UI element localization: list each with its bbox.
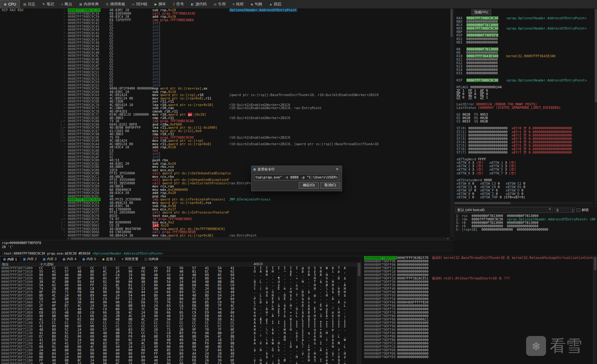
disassembly-row[interactable]: •00007FF700DC9CD848:83C4 20add rsp,0x20 [0, 191, 453, 195]
tab-memory[interactable]: ▦内存 2 [20, 256, 40, 262]
stack-row[interactable]: 000000B0F79DFF700000000000000000 [361, 307, 597, 311]
ascii-column-header[interactable]: ASCII [254, 262, 263, 266]
argument-row[interactable]: 5: [rsp+28] 0000000000000000 00000000000… [456, 228, 597, 231]
breakpoint-dot[interactable]: • [63, 80, 65, 84]
stack-row[interactable]: 000000B0F79DFF080000000000000000 [361, 263, 597, 266]
tab-symbols[interactable]: ƒ符号 [170, 0, 188, 8]
disassembly-row[interactable]: •00007FF700DC9CAECCint3 [0, 152, 453, 155]
register-line[interactable]: CF 0 TF 0 IF 1 [456, 96, 597, 99]
command-line-input[interactable] [254, 174, 339, 180]
tab-memory[interactable]: ▦内存 5 [80, 256, 100, 262]
breakpoint-dot[interactable]: • [63, 8, 65, 12]
registers-hscrollbar[interactable] [454, 202, 593, 205]
tab-seh-chain[interactable]: ∞SEH链 [129, 0, 151, 8]
breakpoint-dot[interactable]: • [63, 58, 65, 61]
breakpoint-dot[interactable]: • [63, 113, 65, 116]
breakpoint-dot[interactable]: • [63, 71, 65, 74]
breakpoint-dot[interactable]: • [63, 152, 65, 155]
breakpoint-dot[interactable]: • [63, 28, 65, 31]
disassembly-row[interactable]: •00007FF700DC9C7C654C:8B1C25 10000000mov… [0, 113, 453, 116]
disassembly-row[interactable]: •00007FF700DC9CA04C:8B1424mov r10,qword … [0, 139, 453, 142]
breakpoint-dot[interactable]: • [63, 204, 65, 208]
breakpoint-dot[interactable]: • [63, 44, 65, 48]
disassembly-row[interactable]: •00007FF700DC9C4ECCint3 [0, 61, 453, 64]
disassembly-row[interactable]: •00007FF700DC9C904D:8D9B 00F0FFFFlea r11… [0, 126, 453, 129]
breakpoint-dot[interactable]: • [63, 201, 65, 205]
breakpoint-dot[interactable]: • [63, 100, 65, 103]
dialog-titlebar[interactable]: ▣ 改变命令行 ✕ [252, 166, 342, 172]
tab-memory[interactable]: ▦内存 1 [0, 256, 20, 262]
tab-locals[interactable]: ≡局部变量 [119, 256, 141, 262]
disassembly-row[interactable]: •00007FF700DC9C3948:83C4 28add rsp,0x28 [0, 15, 453, 18]
disassembly-row[interactable]: •00007FF700DC9CBBFF15 3F550900call qword… [0, 172, 453, 175]
disassembly-row[interactable]: •00007FF700DC9CA948:83C4 10add rsp,0x10 [0, 145, 453, 149]
scroll-right-icon[interactable]: ▶ [446, 237, 450, 240]
breakpoint-dot[interactable]: • [63, 61, 65, 64]
vscroll-thumb[interactable] [595, 9, 597, 102]
stack-row[interactable]: 000000B0F79DFFA00000000000000000 [361, 328, 597, 331]
breakpoint-dot[interactable]: • [63, 103, 65, 107]
register-line[interactable]: x87SW_I 0 x87SW_TOP 0 (ST0=x87r0) [456, 196, 597, 199]
breakpoint-dot[interactable]: • [63, 145, 65, 149]
disassembly-row[interactable]: •00007FF700DC9D01CD 29int 0x29 [0, 224, 453, 227]
breakpoint-dot[interactable]: • [63, 87, 65, 90]
tab-call-stack[interactable]: ☰调用堆栈 [102, 0, 129, 8]
breakpoint-dot[interactable]: • [63, 110, 65, 113]
stack-row[interactable]: 000000B0F79DFEF800007FFF363B257D返回到 kern… [361, 256, 597, 260]
breakpoint-dot[interactable]: • [63, 41, 65, 44]
stack-row[interactable]: 000000B0F79DFF980000000000000000 [361, 325, 597, 328]
stack-row[interactable]: 000000B0F79DFF480000000000000000 [361, 290, 597, 294]
registers-vscrollbar[interactable] [595, 8, 597, 205]
tab-handles[interactable]: ◆句柄 [247, 0, 266, 8]
stack-row[interactable]: 000000B0F79DFF300000000000000000 [361, 280, 597, 283]
disassembly-hscrollbar[interactable]: ◀ ▶ [67, 237, 450, 240]
breakpoint-dot[interactable]: • [63, 149, 65, 152]
register-line[interactable]: RIP 00007FF700DC9C30 <prqa.OptionalHeade… [456, 79, 597, 82]
breakpoint-dot[interactable]: • [63, 230, 65, 234]
stack-row[interactable]: 000000B0F79DFFA80000000000000000 [361, 331, 597, 335]
stack-row[interactable]: 000000B0F79DFF100000000000000000 [361, 266, 597, 270]
disassembly-row[interactable]: •00007FF700DC9C42CCint3 [0, 21, 453, 25]
disassembly-row[interactable]: •00007FF700DC9D0F48:8B4424 38mov rax,qwo… [0, 234, 453, 237]
breakpoint-dot[interactable]: • [63, 185, 65, 188]
vscroll-thumb[interactable] [451, 9, 453, 37]
breakpoint-dot[interactable]: • [63, 21, 65, 25]
tab-log[interactable]: ▤日志 [20, 0, 39, 8]
register-line[interactable]: LastStatus C0000047 (STATUS_SEMAPHORE_LI… [456, 106, 597, 109]
register-line[interactable]: CS 0033 SS 002B [456, 120, 597, 123]
tab-threads[interactable]: ≡线程 [229, 0, 247, 8]
breakpoint-dot[interactable]: • [63, 74, 65, 77]
breakpoint-dot[interactable]: • [63, 182, 65, 185]
breakpoint-dot[interactable]: • [63, 48, 65, 51]
disassembly-row[interactable]: •00007FF700DC9C4CCCint3 [0, 54, 453, 58]
stack-row[interactable]: 000000B0F79DFF380000000000000000 [361, 283, 597, 287]
tab-trace[interactable]: ▲跟踪 [266, 0, 285, 8]
vscroll-thumb[interactable] [594, 257, 596, 270]
tab-watch[interactable]: ◉监视 1 [99, 256, 119, 262]
breakpoint-dot[interactable]: • [63, 38, 65, 41]
stack-row[interactable]: 000000B0F79DFF000000000000000000 [361, 260, 597, 263]
disassembly-row[interactable]: •00007FF700DC9CFA74 07je prqa.7FF700DC9D… [0, 217, 453, 221]
disassembly-row[interactable]: •00007FF700DC9C566666:0F1F8400 00000000n… [0, 87, 453, 90]
tab-struct[interactable]: ◫结构体 [141, 256, 162, 262]
breakpoint-dot[interactable]: • [63, 211, 65, 214]
breakpoint-dot[interactable]: • [63, 198, 65, 201]
stack-vscrollbar[interactable] [593, 256, 597, 364]
breakpoint-dot[interactable]: • [63, 93, 65, 97]
disassembly-row[interactable]: •00007FF700DC9CE948:83EC 38sub rsp,0x38 [0, 204, 453, 208]
breakpoint-dot[interactable]: • [63, 159, 65, 162]
disassembly-row[interactable]: •00007FF700DC9C54CCint3 [0, 80, 453, 84]
breakpoint-dot[interactable]: • [63, 188, 65, 191]
disassembly-row[interactable]: •00007FF700DC9C50CCint3 [0, 67, 453, 71]
disassembly-row[interactable]: •00007FF700DC9CF2FF15 20550900call qword… [0, 211, 453, 214]
disassembly-vscrollbar[interactable] [450, 8, 453, 237]
stack-row[interactable]: 000000B0F79DFF60000004D0FFFFFB30 [361, 301, 597, 304]
address-column-header[interactable]: 地址 [2, 262, 9, 267]
disassembly-row[interactable]: •00007FF700DC9C644C:891424mov qword ptr … [0, 93, 453, 97]
close-icon[interactable]: ✕ [334, 167, 340, 171]
stack-row[interactable]: 000000B0F79DFF580000000000000000 [361, 297, 597, 301]
stack-row[interactable]: 000000B0F79DFF400000000000000000 [361, 287, 597, 290]
stack-row[interactable]: 000000B0F79DFF500000000000000000 [361, 294, 597, 297]
breakpoint-dot[interactable]: • [63, 51, 65, 54]
breakpoint-dot[interactable]: • [63, 25, 65, 28]
